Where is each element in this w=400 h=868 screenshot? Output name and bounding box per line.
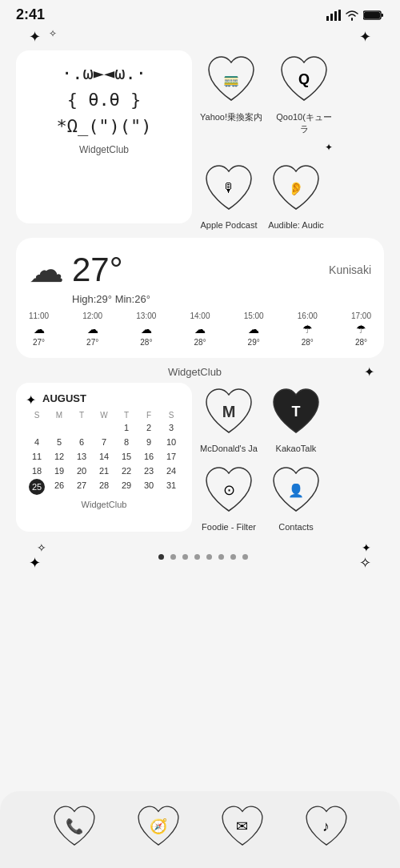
hour-icon-1500: ☁	[248, 323, 259, 336]
cal-grid: 1 2 3 4 5 6 7 8 9 10 11 12 13 14 15 16 1…	[26, 421, 182, 495]
app-icons-row3: M McDonald's Ja T KakaoTalk	[200, 383, 325, 453]
app-icons-right: M McDonald's Ja T KakaoTalk	[200, 383, 325, 532]
yahoo-heart-icon: 🚃	[202, 50, 260, 108]
sparkle-row-top: ✦ ✧ ✦	[13, 26, 387, 50]
dock-phone[interactable]: 📞	[49, 801, 100, 852]
apple-podcast-heart-icon: 🎙	[200, 159, 258, 217]
hour-icon-1100: ☁	[34, 323, 45, 336]
apple-podcast-app[interactable]: 🎙 Apple Podcast	[200, 159, 258, 230]
svg-rect-5	[382, 14, 384, 17]
hour-time-1500: 15:00	[244, 311, 264, 320]
weather-high: High:29°	[72, 293, 112, 305]
home-screen: ✦ ✧ ✦ ·.ω►◄ω.· { θ.θ } *Ω_(")(") WidgetC…	[0, 26, 400, 573]
hour-icon-1300: ☁	[141, 323, 152, 336]
dock: 📞 🧭 ✉ ♪	[0, 791, 400, 868]
sparkle-mid-right: ✦	[325, 142, 333, 153]
cal-month: AUGUST	[42, 392, 86, 404]
hour-time-1700: 17:00	[351, 311, 371, 320]
weather-left: ☁ 27°	[29, 249, 123, 290]
contacts-label: Contacts	[278, 522, 313, 532]
audible-heart-icon: 👂	[267, 159, 325, 217]
hour-temp-1200: 27°	[86, 338, 98, 347]
char-art-line3: *Ω_(")(")	[56, 113, 151, 139]
app-icons-top-right: 🚃 Yahoo!乗換案内 Q Qoo10(キューラ ✦	[200, 50, 336, 230]
contacts-symbol: 👤	[288, 483, 304, 498]
weather-hour-1500: 15:00 ☁ 29°	[244, 311, 264, 347]
top-section: ·.ω►◄ω.· { θ.θ } *Ω_(")(") WidgetClub 🚃 …	[13, 50, 387, 230]
hour-icon-1400: ☁	[194, 323, 206, 336]
apple-podcast-label: Apple Podcast	[201, 220, 258, 230]
kakaotalk-heart-icon: T	[267, 383, 325, 440]
sparkle-top-left-small: ✧	[49, 28, 57, 39]
dock-music-icon: ♪	[301, 801, 352, 852]
weather-hour-1600: 16:00 ☂ 28°	[298, 311, 318, 347]
page-dot-2	[170, 554, 176, 560]
status-bar: 2:41	[0, 0, 400, 26]
dock-mail-icon: ✉	[217, 801, 268, 852]
mcdonalds-label: McDonald's Ja	[200, 444, 258, 453]
page-dot-8	[242, 554, 248, 560]
foodie-heart-icon: ⊙	[200, 461, 258, 519]
hour-icon-1600: ☂	[302, 323, 313, 336]
hour-temp-1100: 27°	[33, 338, 45, 347]
svg-rect-1	[330, 14, 333, 21]
calendar-widget[interactable]: ✦ AUGUST S M T W T F S 1 2 3	[16, 383, 192, 532]
hour-time-1300: 13:00	[136, 311, 156, 320]
svg-rect-6	[364, 12, 380, 18]
mcdonalds-heart-icon: M	[200, 383, 258, 440]
contacts-app[interactable]: 👤 Contacts	[267, 461, 325, 532]
dock-compass[interactable]: 🧭	[133, 801, 184, 852]
yahoo-symbol: 🚃	[223, 72, 239, 87]
weather-range: High:29° Min:26°	[72, 293, 371, 305]
weather-min: Min:26°	[115, 293, 150, 305]
contacts-heart-icon: 👤	[267, 461, 325, 519]
weather-hour-1700: 17:00 ☂ 28°	[351, 311, 371, 347]
foodie-symbol: ⊙	[223, 481, 235, 499]
qoo10-label: Qoo10(キューラ	[272, 111, 336, 135]
sparkle-top-right: ✦	[359, 28, 371, 46]
weather-hour-1200: 12:00 ☁ 27°	[82, 311, 102, 347]
page-dot-7	[230, 554, 236, 560]
battery-icon	[363, 10, 384, 21]
page-dot-5	[206, 554, 212, 560]
hour-temp-1600: 28°	[302, 338, 314, 347]
cal-days-header: S M T W T F S	[26, 411, 182, 420]
svg-rect-3	[338, 10, 341, 21]
app-icons-row2: 🎙 Apple Podcast 👂 Audible: Audic	[200, 159, 336, 230]
app-icons-row1: 🚃 Yahoo!乗換案内 Q Qoo10(キューラ	[200, 50, 336, 135]
today-cell: 25	[29, 479, 45, 495]
hour-time-1600: 16:00	[298, 311, 318, 320]
yahoo-app[interactable]: 🚃 Yahoo!乗換案内	[200, 50, 262, 135]
widget-club-label1: WidgetClub	[79, 144, 129, 155]
foodie-label: Foodie - Filter	[202, 522, 256, 532]
dock-music[interactable]: ♪	[301, 801, 352, 852]
char-art-line1: ·.ω►◄ω.·	[62, 60, 146, 86]
page-dot-6	[218, 554, 224, 560]
kakaotalk-app[interactable]: T KakaoTalk	[267, 383, 325, 453]
char-art-line2: { θ.θ }	[67, 86, 142, 113]
dock-compass-icon: 🧭	[133, 801, 184, 852]
widget-club-label2: WidgetClub	[26, 366, 364, 378]
audible-symbol: 👂	[288, 181, 304, 196]
weather-hour-1300: 13:00 ☁ 28°	[136, 311, 156, 347]
hour-temp-1400: 28°	[194, 338, 206, 347]
sparkle-bottom-left: ✧ ✦	[29, 541, 46, 572]
sparkle-bottom-right: ✦ ✧	[359, 541, 371, 572]
page-dot-3	[182, 554, 188, 560]
svg-rect-2	[334, 11, 337, 21]
yahoo-label: Yahoo!乗換案内	[200, 111, 262, 123]
kakaotalk-symbol: T	[292, 404, 301, 420]
signal-icon	[326, 10, 341, 21]
widget-club-char-widget[interactable]: ·.ω►◄ω.· { θ.θ } *Ω_(")(") WidgetClub	[16, 50, 192, 223]
hour-time-1200: 12:00	[82, 311, 102, 320]
status-time: 2:41	[16, 6, 45, 23]
dock-phone-icon: 📞	[49, 801, 100, 852]
weather-hours: 11:00 ☁ 27° 12:00 ☁ 27° 13:00 ☁ 28° 14:0…	[29, 311, 371, 347]
audible-app[interactable]: 👂 Audible: Audic	[267, 159, 325, 230]
weather-widget[interactable]: ☁ 27° Kunisaki High:29° Min:26° 11:00 ☁ …	[16, 238, 384, 358]
foodie-app[interactable]: ⊙ Foodie - Filter	[200, 461, 258, 532]
hour-icon-1700: ☂	[356, 323, 366, 336]
dock-mail[interactable]: ✉	[217, 801, 268, 852]
mcdonalds-app[interactable]: M McDonald's Ja	[200, 383, 258, 453]
qoo10-app[interactable]: Q Qoo10(キューラ	[272, 50, 336, 135]
